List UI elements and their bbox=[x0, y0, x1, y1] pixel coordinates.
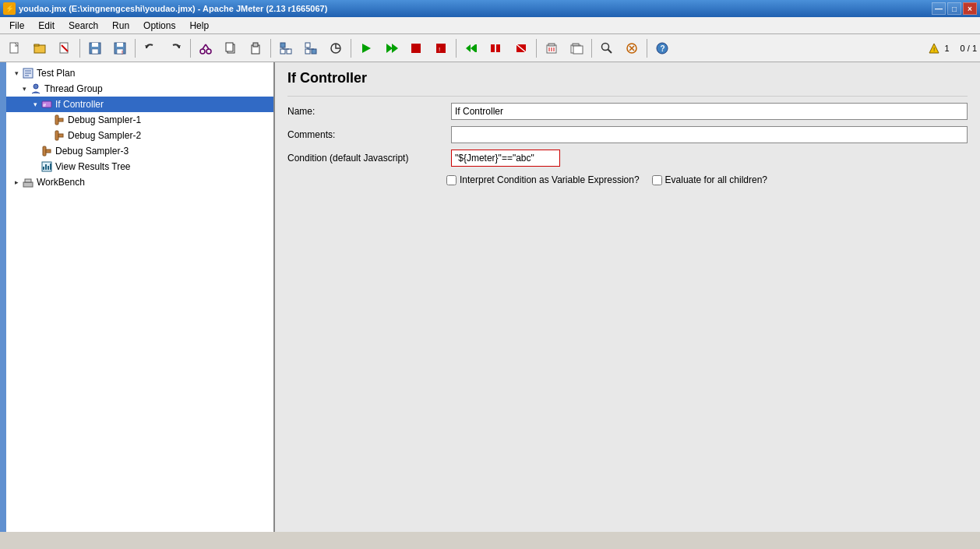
expand-icon-workbench[interactable]: ▸ bbox=[12, 178, 20, 186]
svg-line-17 bbox=[206, 44, 209, 49]
expand-icon-thread-group[interactable]: ▾ bbox=[20, 85, 28, 93]
tree-label-view-results: View Results Tree bbox=[55, 161, 131, 172]
testplan-icon bbox=[22, 67, 34, 79]
expand-icon-if-controller[interactable]: ▾ bbox=[31, 100, 39, 108]
comments-label: Comments: bbox=[287, 129, 451, 140]
name-input[interactable] bbox=[451, 103, 968, 120]
evaluate-checkbox[interactable] bbox=[652, 175, 662, 185]
sep7 bbox=[536, 39, 537, 58]
menu-options[interactable]: Options bbox=[137, 18, 182, 33]
svg-marker-33 bbox=[362, 44, 371, 53]
tree-panel: ▾ Test Plan ▾ Thread Group ▾ if If Contr… bbox=[6, 62, 275, 532]
tree-item-debug-sampler-3[interactable]: Debug Sampler-3 bbox=[6, 143, 273, 159]
sampler-icon-3 bbox=[41, 145, 53, 157]
menu-edit[interactable]: Edit bbox=[32, 18, 61, 33]
collapse-button[interactable] bbox=[299, 37, 323, 60]
tree-label-debug-sampler-3: Debug Sampler-3 bbox=[55, 146, 129, 157]
svg-marker-40 bbox=[471, 44, 475, 52]
remote-start-button[interactable] bbox=[460, 37, 483, 60]
paste-button[interactable] bbox=[244, 37, 267, 60]
name-row: Name: bbox=[275, 100, 980, 123]
interpret-checkbox-label[interactable]: Interpret Condition as Variable Expressi… bbox=[446, 174, 640, 185]
clear-button[interactable] bbox=[540, 37, 563, 60]
svg-rect-69 bbox=[58, 118, 63, 121]
sep6 bbox=[456, 39, 457, 58]
copy-button[interactable] bbox=[219, 37, 242, 60]
svg-line-16 bbox=[203, 44, 206, 49]
sampler-icon-2 bbox=[53, 129, 65, 142]
condition-input[interactable] bbox=[451, 150, 560, 167]
svg-rect-47 bbox=[548, 44, 555, 46]
evaluate-checkbox-label[interactable]: Evaluate for all children? bbox=[652, 174, 767, 185]
tree-item-test-plan[interactable]: ▾ Test Plan bbox=[6, 65, 273, 81]
tree-item-view-results-tree[interactable]: View Results Tree bbox=[6, 159, 273, 174]
svg-rect-24 bbox=[287, 49, 291, 54]
comments-input[interactable] bbox=[451, 126, 968, 143]
app-icon: ⚡ bbox=[3, 2, 16, 15]
save-as-button[interactable]: ! bbox=[108, 37, 132, 60]
remote-stop-now-button[interactable] bbox=[509, 37, 533, 60]
stop-button[interactable] bbox=[404, 37, 428, 60]
search-tree-button[interactable] bbox=[595, 37, 619, 60]
maximize-button[interactable]: □ bbox=[947, 2, 961, 15]
tree-item-thread-group[interactable]: ▾ Thread Group bbox=[6, 81, 273, 97]
expand-icon-debug-sampler-3 bbox=[31, 147, 39, 155]
expand-icon-debug-sampler-1 bbox=[44, 116, 51, 124]
stop-now-button[interactable]: ! bbox=[429, 37, 453, 60]
toggle-button[interactable] bbox=[324, 37, 347, 60]
sep8 bbox=[591, 39, 592, 58]
title-divider bbox=[287, 96, 968, 97]
tree-item-workbench[interactable]: ▸ WorkBench bbox=[6, 174, 273, 190]
window-controls[interactable]: — □ × bbox=[932, 2, 977, 15]
comments-row: Comments: bbox=[275, 123, 980, 146]
menu-file[interactable]: File bbox=[3, 18, 30, 33]
close-button[interactable]: × bbox=[963, 2, 977, 15]
remote-stop-button[interactable] bbox=[485, 37, 508, 60]
content-panel: If Controller Name: Comments: Condition … bbox=[275, 62, 980, 532]
condition-label: Condition (default Javascript) bbox=[287, 153, 451, 164]
progress-text: 0 / 1 bbox=[961, 44, 977, 53]
menu-search[interactable]: Search bbox=[62, 18, 104, 33]
sep2 bbox=[135, 39, 136, 58]
tree-item-debug-sampler-2[interactable]: Debug Sampler-2 bbox=[6, 128, 273, 143]
sep9 bbox=[647, 39, 647, 58]
svg-point-65 bbox=[33, 84, 38, 89]
new-button[interactable] bbox=[3, 37, 26, 60]
open-button[interactable] bbox=[28, 37, 51, 60]
tree-item-debug-sampler-1[interactable]: Debug Sampler-1 bbox=[6, 112, 273, 128]
warning-count: ! bbox=[929, 42, 939, 53]
menu-run[interactable]: Run bbox=[106, 18, 136, 33]
svg-line-55 bbox=[608, 49, 612, 53]
undo-button[interactable] bbox=[139, 37, 162, 60]
tree-item-if-controller[interactable]: ▾ if If Controller bbox=[6, 97, 273, 112]
svg-text:!: ! bbox=[933, 46, 935, 53]
svg-rect-41 bbox=[475, 44, 477, 52]
interpret-checkbox[interactable] bbox=[446, 175, 457, 185]
svg-rect-68 bbox=[55, 115, 58, 125]
svg-point-14 bbox=[200, 49, 205, 54]
start-button[interactable] bbox=[354, 37, 378, 60]
expand-button[interactable] bbox=[274, 37, 298, 60]
evaluate-label: Evaluate for all children? bbox=[665, 174, 767, 185]
redo-button[interactable] bbox=[164, 37, 187, 60]
reset-search-button[interactable] bbox=[620, 37, 643, 60]
results-icon bbox=[41, 160, 53, 173]
expand-icon-debug-sampler-2 bbox=[44, 132, 51, 139]
svg-text:!: ! bbox=[439, 46, 440, 53]
menu-bar: File Edit Search Run Options Help bbox=[0, 17, 980, 34]
menu-help[interactable]: Help bbox=[183, 18, 215, 33]
warning-number: 1 bbox=[944, 44, 949, 53]
minimize-button[interactable]: — bbox=[932, 2, 946, 15]
interpret-label: Interpret Condition as Variable Expressi… bbox=[460, 174, 640, 185]
cut-button[interactable] bbox=[194, 37, 217, 60]
start-no-pause-button[interactable] bbox=[379, 37, 403, 60]
left-accent bbox=[0, 62, 6, 532]
clear-all-button[interactable] bbox=[565, 37, 588, 60]
save-button[interactable] bbox=[83, 37, 107, 60]
toolbar: ! ! bbox=[0, 34, 980, 62]
title-bar: ⚡ youdao.jmx (E:\xingnengceshi\youdao.jm… bbox=[0, 0, 980, 17]
expand-icon-test-plan[interactable]: ▾ bbox=[12, 69, 20, 77]
help-button[interactable]: ? bbox=[650, 37, 674, 60]
svg-rect-37 bbox=[436, 44, 446, 53]
close-template-button[interactable] bbox=[53, 37, 76, 60]
